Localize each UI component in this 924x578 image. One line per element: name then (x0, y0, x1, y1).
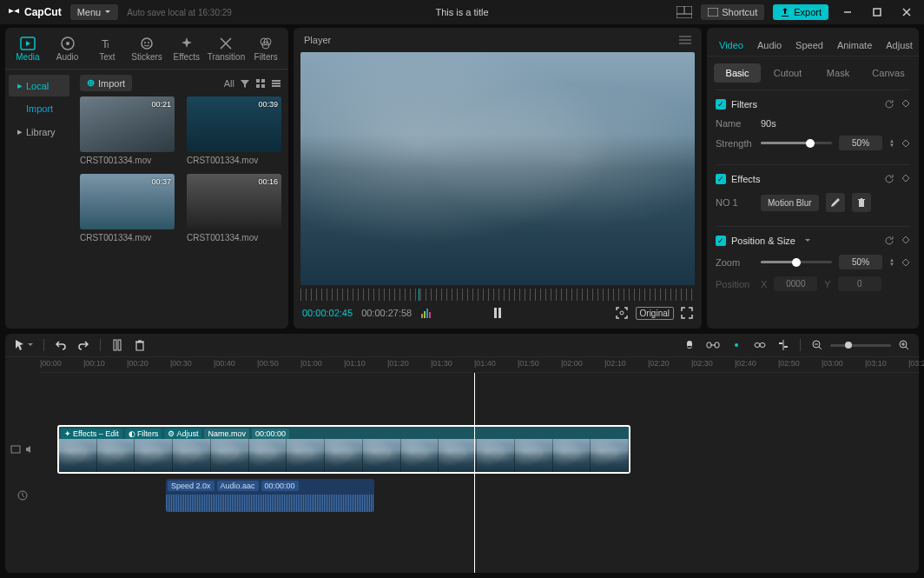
media-clip[interactable]: 00:21CRST001334.mov (80, 96, 175, 165)
tab-stickers[interactable]: Stickers (128, 33, 166, 69)
timeline-zoom-slider[interactable] (830, 344, 891, 347)
keyframe-icon[interactable] (901, 174, 910, 183)
edit-effect-button[interactable] (826, 193, 845, 212)
split-button[interactable] (111, 339, 123, 351)
tab-media[interactable]: Media (9, 33, 47, 69)
clock-icon[interactable] (17, 490, 28, 501)
keyframe-icon[interactable] (901, 139, 910, 148)
clip-tag-effects[interactable]: ✦ Effects – Edit (61, 429, 122, 439)
zoom-slider[interactable] (761, 261, 832, 263)
tab-audio[interactable]: Audio (49, 33, 87, 69)
media-clip[interactable]: 00:16CRST001334.mov (187, 174, 281, 242)
clip-tag-adjust[interactable]: ⚙ Adjust (164, 429, 201, 439)
sort-icon[interactable] (240, 78, 250, 89)
playhead[interactable] (474, 373, 475, 573)
tab-filters[interactable]: Filters (247, 33, 285, 69)
snap-button[interactable] (730, 339, 742, 351)
subtab-canvas[interactable]: Canvas (865, 63, 912, 83)
redo-button[interactable] (77, 339, 89, 351)
audio-clip[interactable]: Speed 2.0x Audio.aac 00:00:00 (166, 479, 374, 512)
video-track-icon[interactable] (10, 444, 21, 455)
media-clip[interactable]: 00:39CRST001334.mov (187, 96, 281, 165)
shortcut-button[interactable]: Shortcut (701, 4, 764, 20)
keyframe-icon[interactable] (901, 258, 910, 267)
quality-selector[interactable]: Original (636, 307, 674, 320)
position-checkbox[interactable]: ✓ (716, 236, 726, 246)
align-button[interactable] (777, 339, 789, 351)
subtab-basic[interactable]: Basic (714, 63, 761, 83)
subtab-mask[interactable]: Mask (815, 63, 861, 83)
pencil-icon (830, 197, 841, 208)
levels-icon[interactable] (420, 307, 432, 319)
reset-icon[interactable] (884, 99, 894, 110)
sidebar-item-local[interactable]: ▸Local (9, 75, 69, 96)
inspector-tab-animate[interactable]: Animate (830, 35, 879, 56)
pause-button[interactable] (491, 306, 505, 320)
maximize-button[interactable] (867, 2, 888, 23)
player-scrubber[interactable] (300, 289, 695, 301)
zoom-out-icon[interactable] (811, 339, 823, 351)
grid-view-icon[interactable] (255, 78, 266, 89)
undo-button[interactable] (55, 339, 67, 351)
zoom-in-icon[interactable] (898, 339, 910, 351)
minimize-button[interactable] (837, 2, 858, 23)
clip-tag-filters[interactable]: ◐ Filters (125, 429, 162, 439)
tab-transition[interactable]: Transition (208, 33, 246, 69)
export-button[interactable]: Export (773, 4, 828, 20)
player-menu-icon[interactable] (679, 36, 691, 44)
reset-icon[interactable] (884, 174, 894, 184)
svg-line-51 (906, 347, 908, 349)
svg-rect-44 (784, 346, 788, 348)
fullscreen-icon[interactable] (681, 307, 693, 319)
tab-text[interactable]: TI Text (88, 33, 126, 69)
delete-button[interactable] (134, 339, 146, 351)
export-icon (780, 7, 790, 17)
inspector-tab-adjust[interactable]: Adjust (879, 35, 919, 56)
delete-effect-button[interactable] (852, 193, 871, 212)
focus-icon[interactable] (615, 306, 629, 320)
timeline-ruler[interactable]: |00:00|00:10|00:20|00:30|00:40|00:50|01:… (40, 357, 919, 373)
clip-tag-dur: 00:00:00 (252, 429, 289, 439)
import-button[interactable]: ⊕Import (80, 75, 132, 91)
strength-slider[interactable] (761, 142, 832, 144)
link-button[interactable] (706, 340, 720, 350)
close-button[interactable] (896, 2, 917, 23)
pos-y-value[interactable]: 0 (838, 276, 881, 291)
menu-button[interactable]: Menu (70, 4, 119, 20)
svg-point-8 (66, 42, 69, 45)
subtab-cutout[interactable]: Cutout (764, 63, 811, 83)
filters-checkbox[interactable]: ✓ (716, 99, 726, 110)
media-sidebar: ▸Local Import ▸Library (5, 70, 73, 329)
sidebar-item-import[interactable]: Import (9, 98, 69, 119)
strength-stepper[interactable]: ▲▼ (889, 139, 894, 148)
inspector-tab-audio[interactable]: Audio (750, 35, 789, 56)
keyboard-icon (708, 8, 718, 17)
inspector-tab-video[interactable]: Video (712, 35, 750, 56)
pos-x-value[interactable]: 0000 (774, 276, 817, 291)
keyframe-icon[interactable] (901, 99, 910, 108)
filter-all[interactable]: All (224, 78, 234, 89)
chevron-down-icon[interactable] (804, 237, 811, 244)
video-clip[interactable]: ✦ Effects – Edit ◐ Filters ⚙ Adjust Name… (57, 425, 630, 474)
strength-value[interactable]: 50% (839, 136, 882, 150)
keyframe-icon[interactable] (901, 236, 910, 244)
audio-tag-speed: Speed 2.0x (168, 481, 214, 491)
timeline-tracks[interactable]: ✦ Effects – Edit ◐ Filters ⚙ Adjust Name… (5, 373, 919, 573)
mute-icon[interactable] (24, 444, 35, 455)
record-button[interactable] (683, 339, 696, 351)
list-view-icon[interactable] (271, 78, 281, 89)
project-title[interactable]: This is a title (435, 7, 488, 17)
inspector-tab-speed[interactable]: Speed (789, 35, 830, 56)
sidebar-item-library[interactable]: ▸Library (9, 121, 69, 143)
zoom-stepper[interactable]: ▲▼ (889, 258, 894, 267)
layout-icon[interactable] (676, 6, 692, 18)
effects-checkbox[interactable]: ✓ (716, 174, 726, 184)
inspector-panel: Video Audio Speed Animate Adjust Basic C… (707, 28, 919, 329)
media-clip[interactable]: 00:37CRST001334.mov (80, 174, 175, 242)
zoom-value[interactable]: 50% (839, 255, 882, 269)
chain-button[interactable] (753, 341, 767, 349)
reset-icon[interactable] (884, 236, 894, 246)
tab-effects[interactable]: Effects (168, 33, 206, 69)
player-viewport[interactable] (300, 52, 695, 285)
pointer-tool[interactable] (14, 339, 33, 351)
